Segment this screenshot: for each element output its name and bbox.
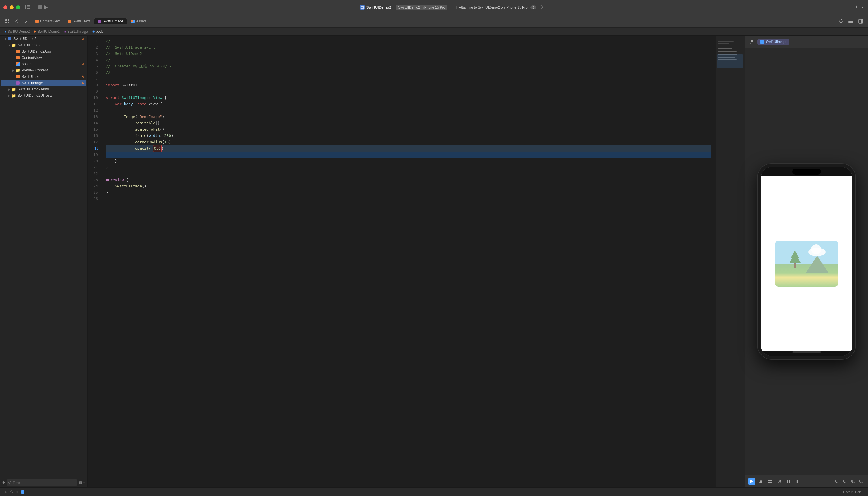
breadcrumb: ■ SwiftUIDemo2 › ▶ SwiftUIDemo2 › ■ Swif… [0,28,868,35]
sidebar-swiftuiimage-badge: A [82,81,84,85]
param-body: body [124,101,133,107]
sidebar-item-tests[interactable]: ▶ 📁 SwiftUIDemo2Tests [1,86,86,92]
code-content[interactable]: // // SwiftUIImage.swift // SwiftUIDemo2… [101,35,716,487]
breadcrumb-symbol[interactable]: ◆ body [92,30,103,34]
list-button[interactable] [847,17,855,25]
sidebar-item-assets[interactable]: ▾ Assets M [1,61,86,67]
svg-rect-17 [16,56,19,59]
grid-button[interactable] [3,17,12,25]
refresh-button[interactable] [837,17,845,25]
sidebar-view-btn-1[interactable]: ⊞ [79,480,82,484]
pin-button[interactable] [748,38,755,45]
indent-18 [106,145,133,152]
plain-17b: ) [169,139,171,145]
sidebar-item-preview-content[interactable]: ▶ 📁 Preview Content [1,67,86,74]
zoom-fit-button[interactable] [841,478,849,485]
chevron-right-icon: ▶ [12,68,16,72]
status-add-icon[interactable]: + [4,490,7,494]
preview-label-button[interactable]: SwiftUIImage [758,39,789,45]
tab-swiftuiTEXT[interactable]: SwiftUIText [64,18,94,25]
sidebar-item-swiftuiimage[interactable]: ▾ SwiftUIImage A [1,80,86,86]
tab-assets-label: Assets [136,19,146,23]
preview-macro: #Preview [106,177,124,183]
run-button[interactable] [45,5,48,10]
tab-swiftuiimage[interactable]: SwiftUIImage [94,18,127,25]
preview-grid-btn[interactable] [767,478,774,485]
code-line-21: } [106,164,711,170]
inspector-button[interactable] [856,17,865,25]
plain-20: } [106,158,117,164]
line-num-3: 3 [88,50,98,57]
preview-inspect-btn[interactable] [776,478,783,485]
comment-6: // [106,69,110,76]
project-icon [360,5,365,10]
traffic-lights [3,5,20,10]
tab-contentview[interactable]: ContentView [32,18,63,25]
stop-button[interactable] [38,5,42,10]
plain-17a: ( [162,139,165,145]
breadcrumb-project-name: SwiftUIDemo2 [8,30,30,34]
close-button[interactable] [3,5,7,10]
tab-assets[interactable]: Assets [127,18,150,25]
branch-nav[interactable]: SwiftUIDemo2 › iPhone 15 Pro [396,5,448,10]
status-filter-icon2[interactable]: ⊞ [15,490,17,494]
sidebar-item-group[interactable]: ▾ 📁 SwiftUIDemo2 [1,42,86,48]
preview-dual-btn[interactable] [794,478,801,485]
svg-rect-28 [718,51,737,52]
status-bar: + ⊞ Line: 19 Col: 9 [0,487,868,496]
iphone-home-indicator [792,351,821,353]
demo-image-inner [775,241,838,287]
zoom-in-button[interactable] [850,478,856,485]
filter-search-icon [8,481,12,484]
line-num-9: 9 [88,89,98,95]
minimap-content [716,35,745,96]
zoom-actual-button[interactable] [858,478,865,485]
sidebar-toggle-button[interactable] [25,5,30,10]
iphone-side-btn [855,213,855,230]
minimize-button[interactable] [10,5,14,10]
maximize-button[interactable] [16,5,20,10]
code-line-23: #Preview { [106,177,711,183]
svg-marker-39 [760,480,762,482]
svg-point-46 [779,480,779,481]
split-button[interactable]: ⊡ [860,4,865,11]
svg-rect-22 [718,38,729,38]
zoom-out-button[interactable] [834,478,840,485]
func-scaledtofit: .scaledToFit [133,126,160,133]
tests-folder-icon: 📁 [12,87,16,92]
filter-placeholder: Filter [13,481,20,484]
func-resizable: .resizable [133,120,155,126]
sidebar-item-app[interactable]: ▾ SwiftUIDemo2App [1,48,86,55]
preview-play-btn[interactable] [748,478,755,485]
preview-download-btn[interactable] [758,478,764,485]
sidebar-item-swiftuitext[interactable]: ▾ SwiftUIText A [1,74,86,80]
plain-11c: View { [146,101,162,107]
indent-17 [106,139,133,145]
breadcrumb-file[interactable]: ■ SwiftUIImage [64,30,88,34]
svg-rect-1 [27,5,30,6]
project-info: SwiftUIDemo2 [360,5,391,10]
svg-point-20 [9,481,11,483]
sidebar-view-btn-2[interactable]: ≡ [83,480,85,484]
sidebar-item-project[interactable]: ▾ SwiftUIDemo2 M [1,35,86,42]
plain-15: () [160,126,165,133]
plain-11a [122,101,124,107]
svg-marker-37 [750,480,753,483]
code-line-19 [106,152,711,158]
forward-button[interactable] [22,17,30,25]
back-button[interactable] [13,17,21,25]
tabs: ContentView SwiftUIText SwiftUIImage Ass… [32,18,835,25]
breadcrumb-group[interactable]: ▶ SwiftUIDemo2 [34,30,60,34]
line-num-8: 8 [88,82,98,89]
breadcrumb-project[interactable]: ■ SwiftUIDemo2 [4,30,30,34]
sidebar-item-uitests[interactable]: ▶ 📁 SwiftUIDemo2UITests [1,92,86,99]
code-line-26 [106,196,711,202]
status-sep: | [456,5,457,10]
code-line-15: .scaledToFit() [106,126,711,133]
sidebar-item-contentview[interactable]: ▾ ContentView [1,55,86,61]
svg-rect-15 [8,37,12,41]
add-button[interactable]: + [855,4,858,10]
func-swiftuiimage-call: SwiftUIImage [115,183,142,189]
add-file-button[interactable]: + [2,480,5,485]
preview-device-btn[interactable] [785,478,792,485]
